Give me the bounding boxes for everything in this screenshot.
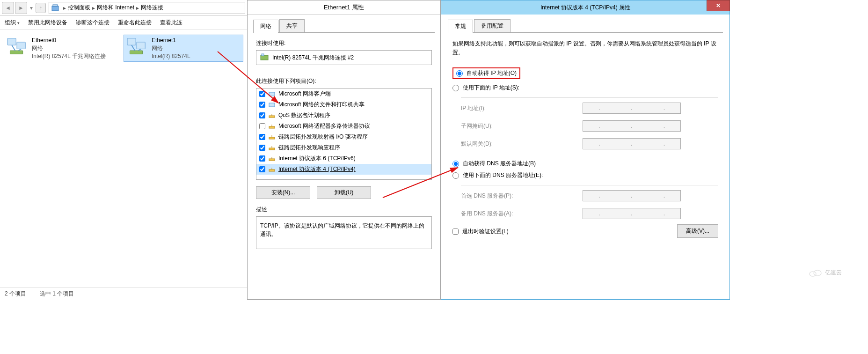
subnet-label: 子网掩码(U): <box>461 122 583 130</box>
ip-address-input: ... <box>583 103 681 114</box>
explorer-toolbar: 组织 禁用此网络设备 诊断这个连接 重命名此连接 查看此连 <box>0 16 247 30</box>
svg-rect-2 <box>7 38 16 45</box>
svg-line-11 <box>139 49 141 51</box>
close-icon: ✕ <box>716 2 721 9</box>
dialog-title: Internet 协议版本 4 (TCP/IPv4) 属性 <box>441 4 729 12</box>
connection-name: Ethernet1 <box>152 37 190 44</box>
radio-manual-dns[interactable]: 使用下面的 DNS 服务器地址(E): <box>452 170 718 181</box>
svg-line-28 <box>218 52 278 103</box>
item-checkbox[interactable] <box>259 155 265 162</box>
history-dropdown[interactable]: ▾ <box>28 2 35 14</box>
view-button[interactable]: 查看此连 <box>160 19 182 27</box>
forward-button[interactable]: ► <box>15 2 27 14</box>
svg-line-10 <box>131 45 135 51</box>
svg-point-31 <box>814 270 821 276</box>
item-lltd-responder[interactable]: 链路层拓扑发现响应程序 <box>256 142 431 153</box>
disable-device-button[interactable]: 禁用此网络设备 <box>28 19 67 27</box>
breadcrumb-leaf[interactable]: 网络连接 <box>141 4 163 12</box>
svg-rect-0 <box>52 6 58 11</box>
tab-strip: 常规 备用配置 <box>448 19 723 33</box>
item-checkbox[interactable] <box>259 134 265 140</box>
connection-status: 网络 <box>152 44 190 52</box>
tab-share[interactable]: 共享 <box>279 19 305 32</box>
dns-pref-label: 首选 DNS 服务器(P): <box>461 192 583 200</box>
svg-line-5 <box>12 45 15 51</box>
uninstall-button[interactable]: 卸载(U) <box>317 186 371 199</box>
svg-rect-1 <box>53 5 58 6</box>
svg-rect-3 <box>17 42 25 49</box>
annotation-arrow-2 <box>378 159 472 206</box>
chevron-right-icon: ▸ <box>63 5 66 11</box>
breadcrumb-root[interactable]: 控制面板 <box>68 4 90 12</box>
connection-adapter: Intel(R) 82574L 千兆网络连接 <box>32 52 106 60</box>
chevron-right-icon: ▸ <box>136 5 139 11</box>
protocol-icon <box>268 166 276 173</box>
item-count: 2 个项目 <box>5 290 26 298</box>
protocol-icon <box>268 123 276 130</box>
network-adapter-icon <box>6 37 28 56</box>
manual-ip-radio[interactable] <box>452 85 459 91</box>
annotation-arrow-1 <box>213 47 316 117</box>
item-lltd-mapper[interactable]: 链路层拓扑发现映射器 I/O 驱动程序 <box>256 132 431 142</box>
dns-alt-label: 备用 DNS 服务器(A): <box>461 210 583 218</box>
dialog-title-bar[interactable]: Internet 协议版本 4 (TCP/IPv4) 属性 ✕ <box>441 0 729 15</box>
back-button[interactable]: ◄ <box>2 2 14 14</box>
connect-using-label: 连接时使用: <box>256 39 432 47</box>
svg-rect-4 <box>10 51 22 54</box>
nav-bar: ◄ ► ▾ ↑ ▸ 控制面板 ▸ 网络和 Internet ▸ 网络连接 <box>0 0 247 16</box>
diagnose-button[interactable]: 诊断这个连接 <box>76 19 109 27</box>
dns-pref-input: ... <box>583 190 681 201</box>
dialog-title: Ethernet1 属性 <box>248 0 440 15</box>
ip-address-label: IP 地址(I): <box>461 104 583 112</box>
connection-status: 网络 <box>32 44 106 52</box>
svg-rect-18 <box>269 126 275 128</box>
status-bar: 2 个项目 选中 1 个项目 <box>0 288 247 300</box>
watermark: 亿速云 <box>808 268 842 277</box>
advanced-button[interactable]: 高级(V)... <box>677 224 718 238</box>
up-button[interactable]: ↑ <box>36 3 46 13</box>
dns-alt-input: ... <box>583 208 681 219</box>
radio-auto-dns[interactable]: 自动获得 DNS 服务器地址(B) <box>452 158 718 170</box>
organize-menu[interactable]: 组织 <box>5 19 20 27</box>
tab-network[interactable]: 网络 <box>253 20 278 33</box>
item-checkbox[interactable] <box>259 145 265 151</box>
protocol-icon <box>268 145 276 151</box>
item-checkbox[interactable] <box>259 166 265 172</box>
radio-manual-ip[interactable]: 使用下面的 IP 地址(S): <box>452 82 718 94</box>
connection-name: Ethernet0 <box>32 37 106 44</box>
svg-line-6 <box>19 49 21 51</box>
tab-strip: 网络 共享 <box>253 19 435 33</box>
selected-count: 选中 1 个项目 <box>40 290 74 298</box>
control-panel-icon <box>51 4 59 12</box>
svg-rect-8 <box>137 42 145 49</box>
gateway-input: ... <box>583 138 681 149</box>
svg-rect-22 <box>269 148 275 150</box>
subnet-input: ... <box>583 120 681 132</box>
network-adapter-icon <box>125 37 148 56</box>
item-checkbox[interactable] <box>259 123 265 129</box>
info-text: 如果网络支持此功能，则可以获取自动指派的 IP 设置。否则，你需要从网络系统管理… <box>452 39 718 57</box>
rename-button[interactable]: 重命名此连接 <box>118 19 152 27</box>
connection-adapter: Intel(R) 82574L <box>152 52 190 60</box>
breadcrumb[interactable]: ▸ 控制面板 ▸ 网络和 Internet ▸ 网络连接 <box>49 2 245 14</box>
svg-rect-24 <box>269 159 275 161</box>
network-connections-explorer: ◄ ► ▾ ↑ ▸ 控制面板 ▸ 网络和 Internet ▸ 网络连接 组织 … <box>0 0 247 300</box>
tab-general[interactable]: 常规 <box>448 20 473 33</box>
separator <box>33 290 33 298</box>
connections-list: Ethernet0 网络 Intel(R) 82574L 千兆网络连接 Ethe… <box>0 30 247 66</box>
chevron-right-icon: ▸ <box>92 5 95 11</box>
item-multiplex[interactable]: Microsoft 网络适配器多路传送器协议 <box>256 121 431 132</box>
protocol-icon <box>268 155 276 162</box>
ethernet-properties-dialog: Ethernet1 属性 网络 共享 连接时使用: Intel(R) 82574… <box>247 0 441 300</box>
radio-auto-ip[interactable]: 自动获得 IP 地址(O) <box>452 67 520 79</box>
auto-ip-radio[interactable] <box>456 70 463 77</box>
svg-rect-9 <box>130 51 142 54</box>
svg-rect-20 <box>269 137 275 139</box>
protocol-icon <box>268 134 276 140</box>
validate-checkbox[interactable] <box>452 229 459 235</box>
connection-ethernet0[interactable]: Ethernet0 网络 Intel(R) 82574L 千兆网络连接 <box>4 35 124 62</box>
tab-alternate[interactable]: 备用配置 <box>474 19 511 32</box>
install-button[interactable]: 安装(N)... <box>256 186 310 199</box>
close-button[interactable]: ✕ <box>707 0 730 11</box>
breadcrumb-mid[interactable]: 网络和 Internet <box>97 4 134 12</box>
